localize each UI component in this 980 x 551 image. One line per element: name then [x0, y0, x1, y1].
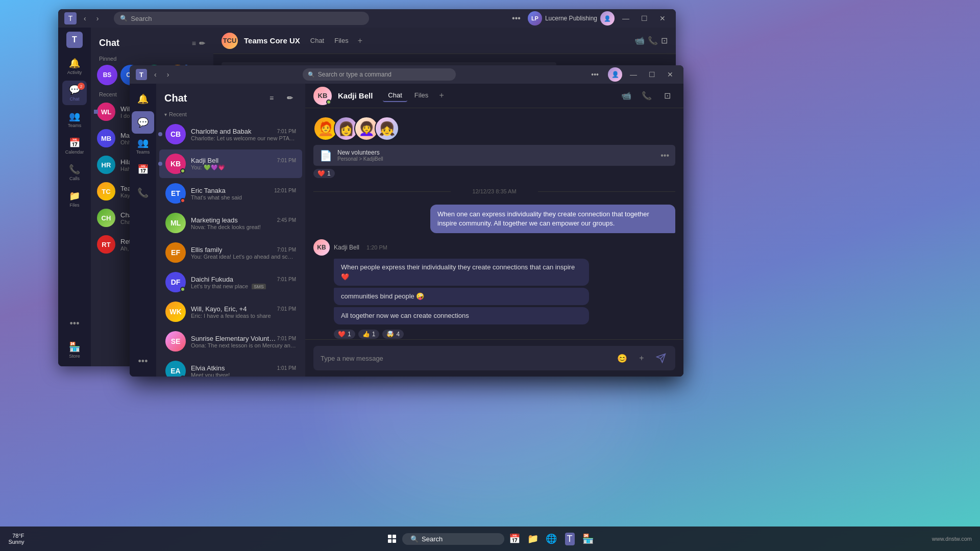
fg-chat-item-sunrise[interactable]: SE Sunrise Elementary Volunteers 7:01 PM…: [159, 327, 302, 356]
fg-audio-call-btn[interactable]: 📞: [639, 88, 655, 104]
taskbar-search-btn[interactable]: 🔍 Search: [402, 533, 504, 545]
bg-close-btn[interactable]: ✕: [655, 11, 670, 26]
fg-chat-preview-kadji: You: 💚💜💗: [191, 164, 296, 171]
fg-card-reaction-heart[interactable]: ❤️ 1: [313, 169, 335, 178]
fg-search-bar[interactable]: 🔍 Search or type a command: [303, 68, 456, 81]
fg-more-chat-options-btn[interactable]: ⊡: [659, 88, 675, 104]
bg-chat-badge: 2: [78, 83, 85, 90]
bg-more-btn[interactable]: •••: [509, 14, 524, 23]
bg-search-bar[interactable]: 🔍 Search: [114, 12, 369, 25]
bg-sidebar-calendar[interactable]: 📅 Calendar: [62, 134, 87, 158]
fg-chat-name-row-sunrise: Sunrise Elementary Volunteers 7:01 PM: [191, 335, 296, 342]
bg-chat-header: Chat ≡ ✏: [91, 34, 213, 53]
fg-window-body: 🔔 💬 👥 Teams 📅 📞 ••• Chat: [130, 84, 683, 377]
bg-more-chat-btn[interactable]: ⊡: [661, 36, 668, 45]
bg-video-btn[interactable]: 📹: [634, 36, 645, 45]
fg-chat-item-eric-tanaka[interactable]: ET Eric Tanaka 12:01 PM That's what she …: [159, 179, 302, 208]
taskbar-explorer-btn[interactable]: 📁: [525, 531, 541, 547]
fg-chat-item-ellis[interactable]: EF Ellis family 7:01 PM You: Great idea!…: [159, 238, 302, 267]
fg-online-indicator-daichi: [180, 287, 185, 292]
fg-bell-icon-btn[interactable]: 🔔: [132, 88, 154, 110]
fg-chat-nav-icon: 💬: [137, 117, 149, 128]
bg-user-info: LP Lucerne Publishing 👤: [528, 11, 615, 26]
fg-chat-item-daichi[interactable]: DF Daichi Fukuda 7:01 PM Let's try that …: [159, 268, 302, 296]
fg-nav-back[interactable]: ‹: [151, 69, 160, 80]
bg-minimize-btn[interactable]: —: [619, 11, 633, 26]
bg-chat-tab-files[interactable]: Files: [334, 37, 348, 44]
fg-chat-info-charlotte: Charlotte and Babak 7:01 PM Charlotte: L…: [191, 128, 296, 141]
taskbar-edge-btn[interactable]: 🌐: [543, 531, 559, 547]
fg-calls-icon-btn[interactable]: 📞: [132, 182, 154, 204]
fg-chat-time-ellis: 7:01 PM: [277, 247, 296, 253]
fg-doc-menu-btn[interactable]: •••: [660, 151, 669, 160]
fg-attach-btn[interactable]: +: [634, 351, 649, 365]
fg-chat-avatar-charlotte: CB: [165, 124, 186, 144]
taskbar-start-btn[interactable]: [384, 531, 400, 547]
fg-tab-files[interactable]: Files: [409, 89, 433, 102]
fg-react-mindblown-emoji: 🤯: [386, 331, 394, 338]
bg-compose-icon[interactable]: ✏: [199, 39, 205, 47]
fg-reaction-mindblown[interactable]: 🤯 4: [382, 330, 404, 339]
taskbar-explorer-icon: 📁: [527, 533, 538, 544]
taskbar-teams-btn[interactable]: T: [561, 531, 578, 547]
fg-input-placeholder[interactable]: Type a new message: [321, 355, 610, 362]
fg-react-thumbs-count: 1: [372, 331, 376, 338]
fg-kadji-sender-row: KB Kadji Bell 1:20 PM: [313, 239, 675, 256]
fg-user-avatar[interactable]: 👤: [608, 67, 622, 82]
fg-maximize-btn[interactable]: ☐: [645, 67, 659, 82]
bg-maximize-btn[interactable]: ☐: [637, 11, 651, 26]
bg-nav-back[interactable]: ‹: [81, 13, 89, 23]
fg-chat-info-eric: Eric Tanaka 12:01 PM That's what she sai…: [191, 187, 296, 201]
fg-emoji-btn[interactable]: 😊: [615, 351, 629, 365]
fg-sidebar-more-btn[interactable]: •••: [132, 350, 154, 372]
fg-nav-forward[interactable]: ›: [164, 69, 173, 80]
fg-chat-item-marketing[interactable]: ML Marketing leads 2:45 PM Nova: The dec…: [159, 209, 302, 237]
fg-minimize-btn[interactable]: —: [626, 67, 641, 82]
bg-search-text: Search: [131, 15, 152, 22]
bg-calendar-icon: 📅: [69, 137, 80, 148]
fg-add-tab-btn[interactable]: +: [435, 89, 448, 102]
fg-tab-chat[interactable]: Chat: [383, 89, 407, 102]
fg-reaction-heart[interactable]: ❤️ 1: [334, 330, 355, 339]
fg-teams-icon-btn[interactable]: 👥 Teams: [132, 135, 154, 157]
bg-sidebar-chat[interactable]: 💬 Chat 2: [62, 81, 87, 105]
fg-reaction-thumbs[interactable]: 👍 1: [358, 330, 380, 339]
fg-close-btn[interactable]: ✕: [663, 67, 677, 82]
bg-sidebar-more[interactable]: •••: [62, 311, 87, 336]
fg-chat-item-will-kayo[interactable]: WK Will, Kayo, Eric, +4 7:01 PM Eric: I …: [159, 297, 302, 326]
fg-chat-name-row-ellis: Ellis family 7:01 PM: [191, 246, 296, 254]
bg-sidebar-files[interactable]: 📁 Files: [62, 187, 87, 211]
bg-chat-avatar-charlot: CH: [97, 209, 115, 227]
fg-more-actions[interactable]: •••: [588, 70, 602, 79]
taskbar-search-icon: 🔍: [410, 535, 419, 543]
fg-chat-preview-eric: That's what she said: [191, 194, 296, 201]
bg-pinned-avatar-1[interactable]: BS: [97, 65, 117, 85]
bg-add-tab-btn[interactable]: +: [358, 36, 362, 45]
bg-sidebar-activity[interactable]: 🔔 Activity: [62, 54, 87, 79]
fg-video-call-btn[interactable]: 📹: [618, 88, 634, 104]
fg-doc-card[interactable]: 📄 New volunteers Personal > KadjiBell ••…: [313, 145, 675, 166]
fg-filter-btn[interactable]: ≡: [264, 91, 279, 105]
fg-avatar-group: 🧑‍🦰 👩 👩‍🦱 👧: [313, 116, 675, 141]
bg-sidebar-teams[interactable]: 👥 Teams: [62, 107, 87, 132]
fg-chat-item-charlotte-babak[interactable]: CB Charlotte and Babak 7:01 PM Charlotte…: [159, 120, 302, 148]
fg-doc-info: New volunteers Personal > KadjiBell: [337, 149, 655, 162]
bg-chat-header-actions: ≡ ✏: [192, 39, 205, 47]
taskbar-widgets-btn[interactable]: 📅: [506, 531, 523, 547]
bg-filter-icon[interactable]: ≡: [192, 39, 196, 47]
fg-calendar-icon-btn[interactable]: 📅: [132, 158, 154, 181]
bg-store-icon: 🏪: [69, 341, 80, 353]
fg-chat-item-elvia[interactable]: EA Elvia Atkins 1:01 PM Meet you there!: [159, 357, 302, 377]
taskbar-store-btn[interactable]: 🏪: [580, 531, 596, 547]
bg-nav-forward[interactable]: ›: [93, 13, 102, 23]
fg-kadji-online: [326, 99, 331, 105]
taskbar-weather[interactable]: 78°F Sunny: [8, 531, 24, 547]
bg-call-btn[interactable]: 📞: [648, 36, 658, 45]
bg-sidebar-calls[interactable]: 📞 Calls: [62, 160, 87, 185]
fg-chat-item-kadji[interactable]: KB Kadji Bell 7:01 PM You: 💚💜💗: [159, 149, 302, 178]
bg-sidebar-store[interactable]: 🏪 Store: [62, 338, 87, 362]
bg-chat-tab-chat[interactable]: Chat: [310, 37, 324, 44]
fg-chat-icon-btn[interactable]: 💬: [132, 111, 154, 134]
fg-compose-btn[interactable]: ✏: [283, 91, 297, 105]
fg-send-btn[interactable]: [654, 351, 668, 365]
